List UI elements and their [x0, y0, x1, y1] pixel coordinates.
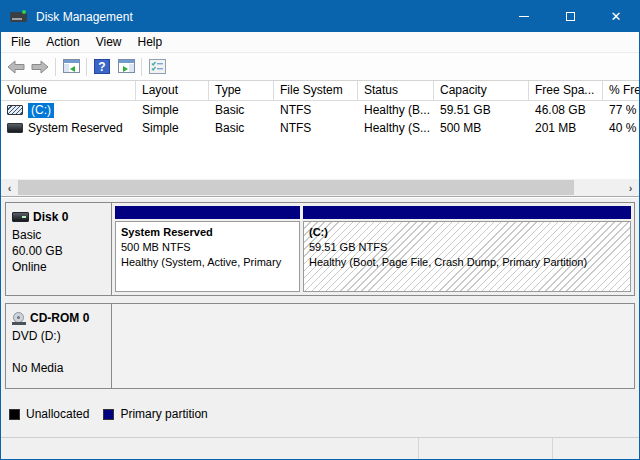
- help-button[interactable]: ?: [90, 56, 114, 78]
- volume-file-system: NTFS: [274, 103, 358, 117]
- primary-partition-color-bar: [115, 206, 300, 219]
- cdrom-media-area: [112, 304, 634, 388]
- legend-unallocated: Unallocated: [5, 407, 89, 421]
- volume-status: Healthy (B...: [358, 103, 434, 117]
- window-title: Disk Management: [36, 10, 133, 24]
- console-tree-button[interactable]: [59, 56, 83, 78]
- disk-0-row: Disk 0 Basic 60.00 GB Online System Rese…: [5, 202, 635, 296]
- statusbar: [1, 437, 639, 459]
- primary-partition-swatch: [103, 409, 114, 420]
- toolbar: ?: [1, 53, 639, 81]
- legend: Unallocated Primary partition: [5, 405, 635, 423]
- maximize-icon: [566, 12, 575, 21]
- volume-free-space: 46.08 GB: [529, 103, 603, 117]
- disk-status: Online: [12, 259, 105, 275]
- partition-size: 59.51 GB NTFS: [309, 240, 625, 255]
- cdrom-0-label-panel[interactable]: CD-ROM 0 DVD (D:) No Media: [6, 304, 112, 388]
- disk-type: DVD (D:): [12, 328, 105, 344]
- disk-management-window: Disk Management ✕ File Action View Help: [0, 0, 640, 460]
- cdrom-0-row: CD-ROM 0 DVD (D:) No Media: [5, 303, 635, 389]
- volume-file-system: NTFS: [274, 121, 358, 135]
- volume-type: Basic: [209, 121, 274, 135]
- volume-capacity: 500 MB: [434, 121, 529, 135]
- disk-list-icon: [149, 59, 166, 74]
- column-header-volume[interactable]: Volume: [1, 81, 136, 101]
- disk-list-button[interactable]: [145, 56, 169, 78]
- scrollbar-thumb[interactable]: [18, 180, 574, 195]
- disk-0-label-panel[interactable]: Disk 0 Basic 60.00 GB Online: [6, 203, 112, 295]
- volume-pct-free: 77 %: [603, 103, 639, 117]
- close-icon: ✕: [611, 10, 622, 23]
- disk-name: Disk 0: [33, 210, 68, 224]
- partition-system-reserved[interactable]: System Reserved 500 MB NTFS Healthy (Sys…: [115, 206, 300, 292]
- forward-button[interactable]: [28, 56, 52, 78]
- back-arrow-icon: [7, 60, 25, 74]
- status-pane: [553, 438, 639, 459]
- partition-name: System Reserved: [121, 225, 294, 240]
- app-icon: [10, 10, 28, 24]
- column-header-free-space[interactable]: Free Spa...: [529, 81, 603, 101]
- menu-file[interactable]: File: [3, 32, 38, 52]
- column-header-capacity[interactable]: Capacity: [434, 81, 529, 101]
- disk-type: Basic: [12, 227, 105, 243]
- column-header-type[interactable]: Type: [209, 81, 274, 101]
- menu-action[interactable]: Action: [38, 32, 87, 52]
- legend-label: Primary partition: [120, 407, 207, 421]
- status-pane: [419, 438, 553, 459]
- svg-text:?: ?: [98, 60, 105, 74]
- partition-c[interactable]: (C:) 59.51 GB NTFS Healthy (Boot, Page F…: [303, 206, 631, 292]
- legend-primary-partition: Primary partition: [99, 407, 207, 421]
- volume-pct-free: 40 %: [603, 121, 639, 135]
- action-pane-button[interactable]: [114, 56, 138, 78]
- volume-drive-icon: [7, 105, 23, 115]
- horizontal-scrollbar[interactable]: ‹ ›: [1, 179, 639, 196]
- unallocated-swatch: [9, 409, 20, 420]
- graphical-view: Disk 0 Basic 60.00 GB Online System Rese…: [1, 198, 639, 437]
- disk-0-partitions: System Reserved 500 MB NTFS Healthy (Sys…: [112, 203, 634, 295]
- minimize-icon: [519, 16, 529, 17]
- toolbar-separator: [55, 58, 56, 76]
- partition-size: 500 MB NTFS: [121, 240, 294, 255]
- disk-name: CD-ROM 0: [30, 311, 89, 325]
- column-header-layout[interactable]: Layout: [136, 81, 209, 101]
- help-icon: ?: [94, 59, 110, 74]
- volume-name: System Reserved: [28, 121, 123, 135]
- partition-status: Healthy (System, Active, Primary: [121, 255, 294, 270]
- volume-list-empty-area: [1, 137, 639, 179]
- disk-status: No Media: [12, 360, 105, 376]
- scroll-left-icon[interactable]: ‹: [1, 179, 18, 196]
- disk-icon: [12, 212, 29, 222]
- column-header-file-system[interactable]: File System: [274, 81, 358, 101]
- menu-help[interactable]: Help: [130, 32, 171, 52]
- volume-drive-icon: [7, 123, 23, 133]
- legend-label: Unallocated: [26, 407, 89, 421]
- volume-free-space: 201 MB: [529, 121, 603, 135]
- volume-row-system-reserved[interactable]: System Reserved Simple Basic NTFS Health…: [1, 119, 639, 137]
- column-header-pct-free[interactable]: % Fre: [603, 81, 639, 101]
- menubar: File Action View Help: [1, 32, 639, 53]
- primary-partition-color-bar: [303, 206, 631, 219]
- volume-name: (C:): [28, 103, 54, 118]
- titlebar: Disk Management ✕: [1, 1, 639, 32]
- maximize-button[interactable]: [547, 1, 593, 32]
- partition-status: Healthy (Boot, Page File, Crash Dump, Pr…: [309, 255, 625, 270]
- volume-type: Basic: [209, 103, 274, 117]
- volume-status: Healthy (S...: [358, 121, 434, 135]
- scroll-right-icon[interactable]: ›: [622, 179, 639, 196]
- volume-list-header: Volume Layout Type File System Status Ca…: [1, 81, 639, 101]
- cdrom-icon: [12, 312, 27, 325]
- minimize-button[interactable]: [501, 1, 547, 32]
- volume-list: Volume Layout Type File System Status Ca…: [1, 81, 639, 196]
- partition-name: (C:): [309, 225, 625, 240]
- toolbar-separator: [86, 58, 87, 76]
- column-header-status[interactable]: Status: [358, 81, 434, 101]
- volume-capacity: 59.51 GB: [434, 103, 529, 117]
- close-button[interactable]: ✕: [593, 1, 639, 32]
- menu-view[interactable]: View: [88, 32, 130, 52]
- back-button[interactable]: [4, 56, 28, 78]
- disk-size: 60.00 GB: [12, 243, 105, 259]
- toolbar-separator: [141, 58, 142, 76]
- status-pane: [1, 438, 419, 459]
- volume-row-c[interactable]: (C:) Simple Basic NTFS Healthy (B... 59.…: [1, 101, 639, 119]
- forward-arrow-icon: [31, 60, 49, 74]
